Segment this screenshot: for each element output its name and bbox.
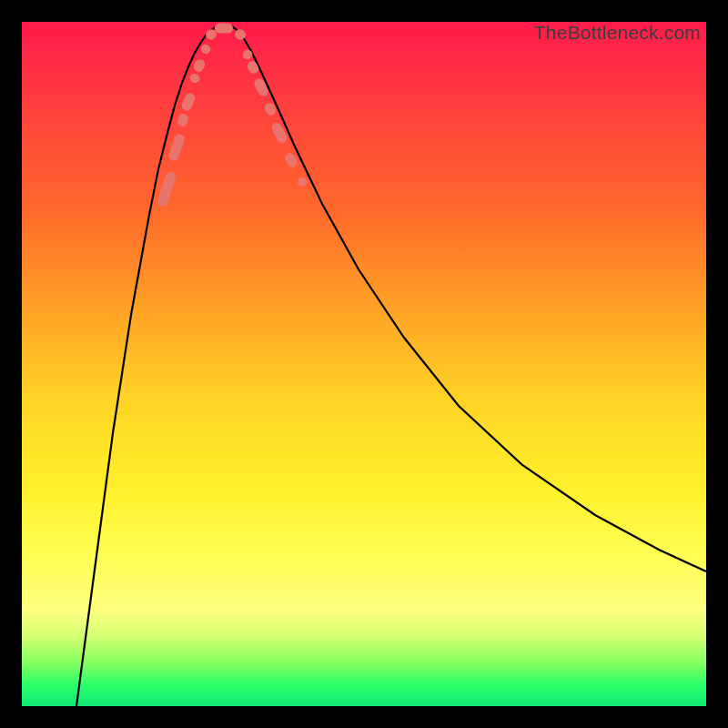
chart-frame: TheBottleneck.com bbox=[22, 22, 706, 706]
svg-rect-9 bbox=[253, 77, 270, 98]
svg-rect-7 bbox=[241, 48, 255, 61]
svg-rect-1 bbox=[167, 133, 187, 162]
svg-rect-2 bbox=[176, 113, 189, 128]
curve-overlay bbox=[22, 22, 706, 706]
svg-rect-8 bbox=[246, 59, 260, 76]
svg-rect-6 bbox=[199, 43, 213, 56]
svg-rect-12 bbox=[283, 151, 299, 168]
svg-rect-15 bbox=[215, 24, 233, 34]
svg-rect-4 bbox=[188, 72, 201, 85]
svg-rect-5 bbox=[192, 57, 207, 74]
svg-rect-13 bbox=[296, 176, 309, 189]
left-curve-path bbox=[76, 25, 218, 706]
svg-rect-0 bbox=[157, 170, 177, 207]
svg-rect-3 bbox=[180, 92, 197, 113]
right-curve-path bbox=[231, 25, 706, 571]
tick-marks bbox=[157, 24, 309, 208]
